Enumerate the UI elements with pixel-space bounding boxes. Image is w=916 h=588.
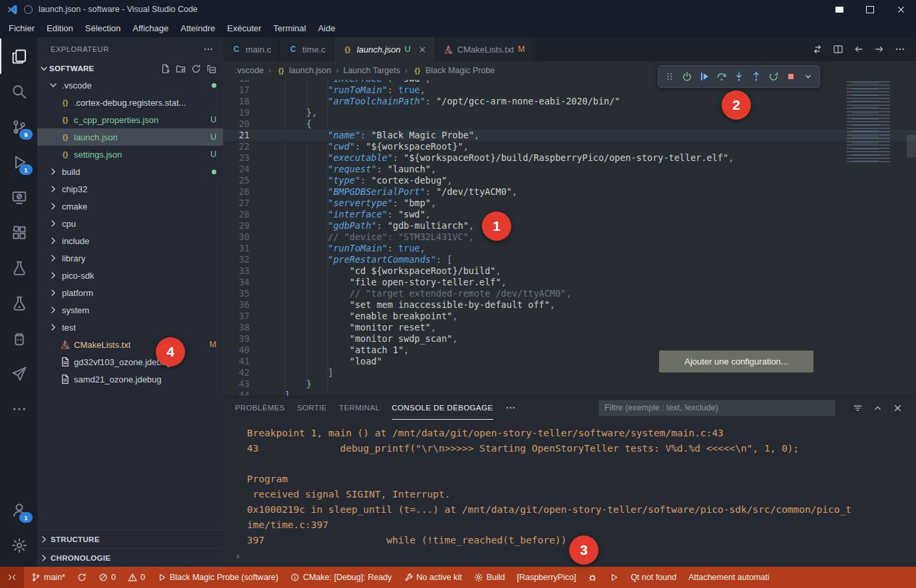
menu-0[interactable]: Fichier [3,21,41,36]
statusbar-cmake-build[interactable]: Build [468,567,511,588]
tree-item--vscode[interactable]: .vscode [37,76,223,94]
minimize-button[interactable] [824,0,855,19]
tree-item-platform[interactable]: platform [37,284,223,301]
statusbar-problems-errors[interactable]: 0 [93,567,122,588]
statusbar-cmake-kit[interactable]: No active kit [398,567,468,588]
maximize-button[interactable] [855,0,885,19]
stop-button[interactable] [782,68,800,85]
tree-item-pico-sdk[interactable]: pico-sdk [37,267,223,284]
tree-item-build[interactable]: build [37,163,223,180]
code-line[interactable]: 43 } [223,378,916,390]
code-line[interactable]: 22 "cwd": "${workspaceRoot}", [223,141,916,152]
editor-more-actions-button[interactable] [895,44,905,55]
activity-explorer[interactable] [0,39,37,74]
tab-close-icon[interactable] [418,45,427,54]
code-line[interactable]: 19 }, [223,107,916,118]
code-line[interactable]: 27 "servertype": "bmp", [223,198,916,209]
panel-tab-terminal[interactable]: TERMINAL [339,396,379,420]
statusbar-git-branch[interactable]: main* [25,567,71,588]
code-line[interactable]: 35 // "target extended-remote /dev/ttyAC… [223,288,916,299]
tab-time-c[interactable]: Ctime.c [280,37,334,61]
panel-tab-console-de-d-bogage[interactable]: CONSOLE DE DÉBOGAGE [392,396,493,420]
activity-testing[interactable] [0,250,37,285]
code-editor[interactable]: 16 "interface": "swd",17 "runToMain": tr… [223,80,916,396]
tree-item-chip32[interactable]: chip32 [37,180,223,198]
step-into-button[interactable] [730,68,748,85]
code-line[interactable]: 30 // "device": "STM32L431VC", [223,231,916,243]
tree-item-cmake[interactable]: cmake [37,198,223,215]
menu-4[interactable]: Atteindre [174,21,221,36]
menu-3[interactable]: Affichage [126,21,174,36]
code-line[interactable]: 18 "armToolchainPath": "/opt/gcc-arm-non… [223,96,916,107]
tree-item-include[interactable]: include [37,232,223,249]
new-folder-button[interactable] [176,64,186,74]
code-line[interactable]: 44 ] [223,390,916,396]
step-over-button[interactable] [713,68,730,85]
maximize-panel-button[interactable] [873,403,883,413]
tree-item-launch-json[interactable]: {}launch.jsonU [37,128,223,146]
statusbar-remote-indicator[interactable] [0,567,24,588]
tree-item-cmakelists-txt[interactable]: CMakeLists.txtM [37,336,223,353]
tree-item-gd32vf103-ozone-jdebug[interactable]: gd32vf103_ozone.jdebug [37,353,223,370]
statusbar-cmake-target[interactable]: [RaspberryPico] [511,567,582,588]
breadcrumb-item[interactable]: Launch Targets [344,66,400,75]
close-panel-button[interactable] [893,403,903,413]
tab-cmakelists-txt[interactable]: CMakeLists.txtM [435,37,534,61]
statusbar-cmake-debug[interactable] [582,567,603,588]
refresh-explorer-button[interactable] [191,64,201,74]
tree-item-samd21-ozone-jdebug[interactable]: samd21_ozone.jdebug [37,370,223,388]
tab-launch-json[interactable]: {}launch.jsonU [334,37,435,61]
split-editor-button[interactable] [833,44,843,55]
activity-search[interactable] [0,74,37,109]
code-line[interactable]: 20 { [223,118,916,130]
code-line[interactable]: 23 "executable": "${workspaceRoot}/build… [223,152,916,164]
collapse-folders-button[interactable] [206,64,216,74]
new-file-button[interactable] [160,64,170,74]
console-options-button[interactable] [853,403,863,413]
tree-item--cortex-debug-registers-stat-[interactable]: {}.cortex-debug.registers.stat... [37,94,223,111]
statusbar-sync[interactable] [71,567,93,588]
continue-button[interactable] [696,68,713,85]
code-line[interactable]: 28 "interface": "swd", [223,209,916,220]
statusbar-auto-attach[interactable]: Attachement automati [682,567,776,588]
chevron-down-icon[interactable] [39,63,49,74]
breadcrumb-item[interactable]: .vscode [235,66,264,75]
sidebar-section-structure[interactable]: STRUCTURE [37,529,223,548]
code-line[interactable]: 39 "monitor swdp_scan", [223,333,916,345]
activity-run-and-debug[interactable]: 1 [0,144,37,180]
breadcrumb-item[interactable]: {}Black Magic Probe [412,66,495,75]
menu-6[interactable]: Terminal [268,21,312,36]
activity-remote-explorer[interactable] [0,180,37,215]
minimap[interactable] [843,80,907,162]
editor-scrollbar[interactable] [907,135,916,158]
tree-item-settings-json[interactable]: {}settings.jsonU [37,146,223,163]
restart-button[interactable] [765,68,782,85]
tree-item-system[interactable]: system [37,301,223,319]
sidebar-more-icon[interactable] [203,44,214,55]
power-button[interactable] [678,68,696,85]
statusbar-debug-launch-config[interactable]: Black Magic Probe (software) [151,567,284,588]
code-line[interactable]: 29 "gdbPath": "gdb-multiarch", [223,220,916,231]
menu-2[interactable]: Sélection [79,21,126,36]
code-line[interactable]: 26 "BMPGDBSerialPort": "/dev/ttyACM0", [223,186,916,198]
drag-handle-button[interactable] [661,68,678,85]
code-line[interactable]: 32 "preRestartCommands": [ [223,254,916,265]
menu-7[interactable]: Aide [312,21,342,36]
activity-live-share[interactable] [0,356,37,391]
more-actions-button[interactable] [800,68,817,85]
navigate-forward-button[interactable] [874,44,885,55]
statusbar-cmake-run[interactable] [603,567,624,588]
panel-tab-probl-mes[interactable]: PROBLÈMES [235,396,285,420]
statusbar-problems-warnings[interactable]: 0 [122,567,151,588]
code-line[interactable]: 21 "name": "Black Magic Probe", [223,130,916,141]
close-button[interactable] [885,0,916,19]
tab-main-c[interactable]: Cmain.c [223,37,280,61]
code-line[interactable]: 24 "request": "launch", [223,164,916,175]
code-line[interactable]: 31 "runToMain": true, [223,243,916,254]
panel-more-icon[interactable] [505,402,516,413]
sidebar-section-chronologie[interactable]: CHRONOLOGIE [37,548,223,567]
code-line[interactable]: 33 "cd ${workspaceRoot}/build", [223,265,916,277]
activity-container-tools[interactable] [0,321,37,356]
console-filter-input[interactable] [598,400,835,416]
activity-extensions[interactable] [0,215,37,250]
